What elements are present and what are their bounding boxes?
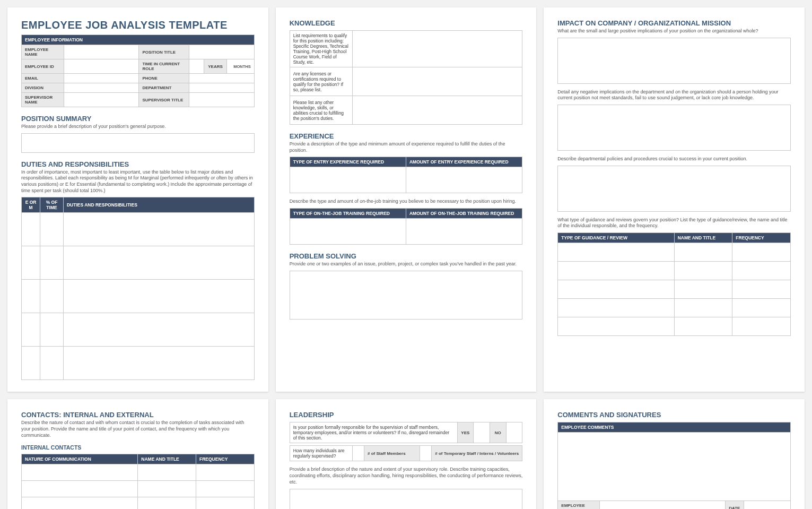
card-impact: IMPACT ON COMPANY / ORGANIZATIONAL MISSI… [544, 7, 805, 392]
k-ans-3[interactable] [353, 96, 522, 125]
val-dept[interactable] [189, 83, 254, 93]
c-row[interactable] [22, 480, 138, 497]
g-row[interactable] [558, 243, 674, 262]
position-summary-box[interactable] [21, 133, 255, 153]
c-head-c: FREQUENCY [196, 454, 254, 464]
g-row[interactable] [558, 280, 674, 299]
employee-info-table: EMPLOYEE INFORMATION EMPLOYEE NAME POSIT… [21, 34, 255, 107]
train-head-a: TYPE OF ON-THE-JOB TRAINING REQUIRED [290, 209, 406, 219]
problem-title: PROBLEM SOLVING [290, 252, 523, 260]
lbl-date: DATE [726, 501, 744, 509]
duties-head-a: E or M [22, 197, 40, 213]
card-knowledge-experience: KNOWLEDGE List requirements to qualify f… [276, 7, 537, 392]
card-leadership: LEADERSHIP Is your position formally res… [276, 399, 537, 509]
val-division[interactable] [64, 83, 139, 93]
g-row[interactable] [558, 317, 674, 336]
lbl-emp-id: EMPLOYEE ID [22, 59, 64, 74]
k-row-1: List requirements to qualify for this po… [290, 31, 352, 67]
duty-row[interactable] [22, 246, 40, 280]
impact-q1: What are the small and large positive im… [557, 28, 791, 34]
val-staff-count[interactable] [353, 446, 364, 461]
lbl-no: NO [490, 422, 506, 443]
g-head-a: TYPE OF GUIDANCE / REVIEW [558, 233, 674, 243]
train-ans-a[interactable] [290, 219, 406, 245]
lbl-sup-title: SUPERVISOR TITLE [139, 93, 189, 107]
duties-head-b: % of TIME [40, 197, 64, 213]
exp-ans-b[interactable] [406, 167, 522, 193]
emp-info-header: EMPLOYEE INFORMATION [22, 35, 255, 45]
duties-head-c: DUTIES AND RESPONSIBILITIES [63, 197, 254, 213]
k-row-3: Please list any other knowledge, skills,… [290, 96, 352, 125]
emp-comments-header: EMPLOYEE COMMENTS [558, 422, 791, 433]
lead-q1: Is your position formally responsible fo… [290, 422, 457, 443]
train-head-b: AMOUNT OF ON-THE-JOB TRAINING REQUIRED [406, 209, 522, 219]
k-row-2: Are any licenses or certifications requi… [290, 67, 352, 96]
exp-head-b: AMOUNT OF ENTRY EXPERIENCE REQUIRED [406, 157, 522, 167]
val-phone[interactable] [189, 74, 254, 83]
contacts-desc: Describe the nature of contact and with … [21, 420, 255, 438]
impact-box3[interactable] [557, 166, 791, 212]
val-emp-name[interactable] [64, 45, 139, 59]
lead-q2: How many individuals are regularly super… [290, 446, 352, 461]
val-yes[interactable] [474, 422, 490, 443]
val-no[interactable] [506, 422, 522, 443]
emp-comments-box[interactable] [558, 433, 791, 501]
val-temp-count[interactable] [420, 446, 432, 461]
g-row[interactable] [558, 299, 674, 317]
val-emp-sig[interactable] [600, 501, 726, 509]
val-sup-name[interactable] [64, 93, 139, 107]
lbl-yes: YES [457, 422, 474, 443]
internal-contacts-title: INTERNAL CONTACTS [21, 444, 255, 451]
val-emp-id[interactable] [64, 59, 139, 74]
lbl-email: EMAIL [22, 74, 64, 83]
g-row[interactable] [558, 262, 674, 280]
problem-box[interactable] [290, 271, 523, 320]
lbl-years: YEARS [204, 59, 226, 74]
duty-row[interactable] [22, 213, 40, 246]
impact-box1[interactable] [557, 38, 791, 84]
val-years[interactable] [189, 59, 204, 74]
c-head-a: NATURE OF COMMUNICATION [22, 454, 138, 464]
val-months-wrap: MONTHS [227, 59, 255, 74]
comments-title: COMMENTS AND SIGNATURES [557, 411, 791, 419]
card-employee-job-analysis: EMPLOYEE JOB ANALYSIS TEMPLATE EMPLOYEE … [7, 7, 268, 392]
impact-q2: Detail any negative implications on the … [557, 89, 791, 101]
guidance-table: TYPE OF GUIDANCE / REVIEW NAME AND TITLE… [557, 232, 791, 336]
lbl-division: DIVISION [22, 83, 64, 93]
duties-desc: In order of importance, most important t… [21, 169, 255, 194]
internal-contacts-table: NATURE OF COMMUNICATION NAME AND TITLE F… [21, 454, 255, 510]
impact-q4: What type of guidance and reviews govern… [557, 217, 791, 229]
duty-row[interactable] [22, 313, 40, 347]
g-head-c: FREQUENCY [732, 233, 791, 243]
duty-row[interactable] [22, 280, 40, 313]
c-row[interactable] [22, 497, 138, 509]
position-summary-title: POSITION SUMMARY [21, 115, 255, 123]
val-date[interactable] [744, 501, 791, 509]
knowledge-title: KNOWLEDGE [290, 19, 523, 27]
exp-head-a: TYPE OF ENTRY EXPERIENCE REQUIRED [290, 157, 406, 167]
lbl-time-role: TIME IN CURRENT ROLE [139, 59, 189, 74]
impact-title: IMPACT ON COMPANY / ORGANIZATIONAL MISSI… [557, 19, 791, 27]
k-ans-1[interactable] [353, 31, 522, 67]
lbl-phone: PHONE [139, 74, 189, 83]
val-pos-title[interactable] [189, 45, 254, 59]
k-ans-2[interactable] [353, 67, 522, 96]
val-sup-title[interactable] [189, 93, 254, 107]
experience-desc: Provide a description of the type and mi… [290, 141, 523, 153]
contacts-title: CONTACTS: INTERNAL AND EXTERNAL [21, 411, 255, 419]
experience-title: EXPERIENCE [290, 132, 523, 140]
impact-box2[interactable] [557, 105, 791, 151]
duties-table: E or M % of TIME DUTIES AND RESPONSIBILI… [21, 197, 255, 380]
lead-box[interactable] [290, 489, 523, 510]
val-email[interactable] [64, 74, 139, 83]
duty-row[interactable] [22, 347, 40, 380]
lbl-emp-name: EMPLOYEE NAME [22, 45, 64, 59]
lbl-staff: # of Staff Members [364, 446, 420, 461]
c-row[interactable] [22, 464, 138, 480]
training-table: TYPE OF ON-THE-JOB TRAINING REQUIRED AMO… [290, 208, 523, 245]
train-ans-b[interactable] [406, 219, 522, 245]
impact-q3: Describe departmental policies and proce… [557, 156, 791, 162]
experience-table: TYPE OF ENTRY EXPERIENCE REQUIRED AMOUNT… [290, 157, 523, 193]
exp-ans-a[interactable] [290, 167, 406, 193]
employee-comments-table: EMPLOYEE COMMENTS EMPLOYEE SIGNATURE DAT… [557, 422, 791, 509]
